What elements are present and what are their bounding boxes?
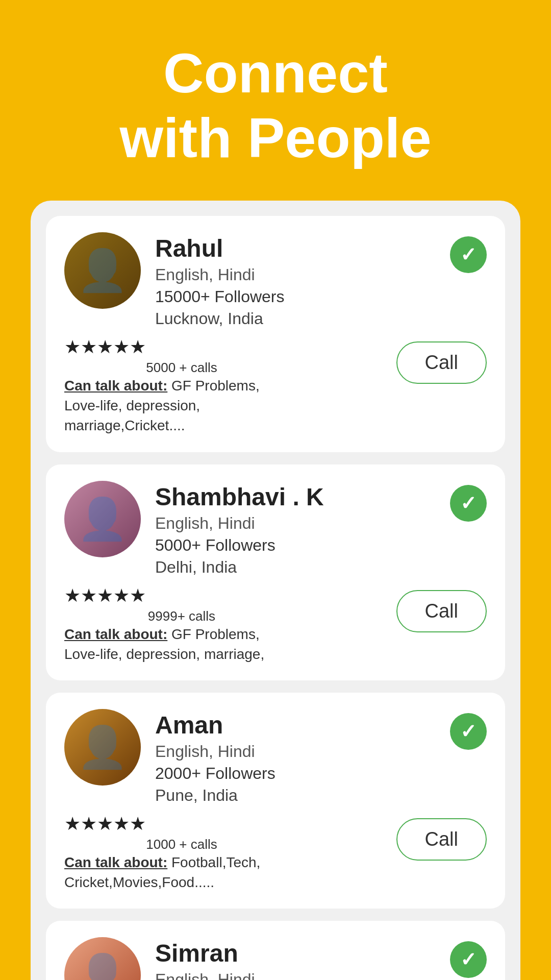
call-button-shambhavi[interactable]: Call [396,590,487,632]
card-top-aman: 👤 Aman English, Hindi 2000+ Followers Pu… [64,709,487,805]
card-info-simran: Simran English, Hindi 8000+ Followers Pu… [155,937,487,980]
person-languages-simran: English, Hindi [155,970,487,980]
can-talk-aman: Can talk about: Football,Tech, Cricket,M… [64,852,299,892]
person-followers-aman: 2000+ Followers [155,764,487,783]
avatar-face-rahul: 👤 [64,232,141,309]
stars-row-aman: ★★★★★ [64,813,299,835]
verified-check-aman: ✓ [460,722,477,741]
card-rahul: 👤 Rahul English, Hindi 15000+ Followers … [46,216,505,452]
card-middle-row-rahul: ★★★★★ 5000 + calls Can talk about: GF Pr… [64,336,487,436]
verified-check-rahul: ✓ [460,245,477,264]
stars-shambhavi: ★★★★★ [64,585,146,606]
can-talk-label-rahul: Can talk about: [64,378,167,394]
card-left-rahul: ★★★★★ 5000 + calls Can talk about: GF Pr… [64,336,299,436]
card-top-rahul: 👤 Rahul English, Hindi 15000+ Followers … [64,232,487,328]
avatar-face-simran: 👤 [64,937,141,980]
calls-count-rahul: 5000 + calls [64,360,299,376]
card-left-shambhavi: ★★★★★ 9999+ calls Can talk about: GF Pro… [64,585,299,664]
person-name-simran: Simran [155,939,487,967]
stars-rahul: ★★★★★ [64,336,146,358]
person-name-rahul: Rahul [155,234,487,262]
card-left-aman: ★★★★★ 1000 + calls Can talk about: Footb… [64,813,299,892]
call-button-container-shambhavi: Call [386,585,487,632]
call-button-container-rahul: Call [386,336,487,384]
header-title: Connect with People [31,41,520,170]
card-middle-row-aman: ★★★★★ 1000 + calls Can talk about: Footb… [64,813,487,892]
avatar-shambhavi: 👤 [64,481,141,557]
person-name-aman: Aman [155,711,487,739]
stars-row-rahul: ★★★★★ [64,336,299,358]
avatar-aman: 👤 [64,709,141,786]
call-button-aman[interactable]: Call [396,818,487,861]
call-button-rahul[interactable]: Call [396,341,487,384]
calls-count-shambhavi: 9999+ calls [64,608,299,624]
can-talk-shambhavi: Can talk about: GF Problems, Love-life, … [64,624,299,664]
person-followers-rahul: 15000+ Followers [155,287,487,306]
card-shambhavi: 👤 Shambhavi . K English, Hindi 5000+ Fol… [46,464,505,680]
header: Connect with People [0,0,551,201]
verified-badge-simran: ✓ [450,941,487,978]
card-top-shambhavi: 👤 Shambhavi . K English, Hindi 5000+ Fol… [64,481,487,577]
verified-check-shambhavi: ✓ [460,494,477,513]
person-location-aman: Pune, India [155,786,487,805]
card-simran: 👤 Simran English, Hindi 8000+ Followers … [46,921,505,980]
person-followers-shambhavi: 5000+ Followers [155,536,487,555]
person-location-shambhavi: Delhi, India [155,558,487,577]
cards-container: 👤 Rahul English, Hindi 15000+ Followers … [31,201,520,980]
card-top-simran: 👤 Simran English, Hindi 8000+ Followers … [64,937,487,980]
card-middle-row-shambhavi: ★★★★★ 9999+ calls Can talk about: GF Pro… [64,585,487,664]
verified-check-simran: ✓ [460,950,477,969]
card-info-rahul: Rahul English, Hindi 15000+ Followers Lu… [155,232,487,328]
avatar-simran: 👤 [64,937,141,980]
person-location-rahul: Lucknow, India [155,309,487,328]
can-talk-rahul: Can talk about: GF Problems, Love-life, … [64,376,299,436]
verified-badge-aman: ✓ [450,713,487,750]
avatar-face-shambhavi: 👤 [64,481,141,557]
avatar-rahul: 👤 [64,232,141,309]
can-talk-label-aman: Can talk about: [64,854,167,870]
verified-badge-shambhavi: ✓ [450,485,487,522]
card-aman: 👤 Aman English, Hindi 2000+ Followers Pu… [46,693,505,909]
card-info-shambhavi: Shambhavi . K English, Hindi 5000+ Follo… [155,481,487,577]
avatar-face-aman: 👤 [64,709,141,786]
call-button-container-aman: Call [386,813,487,861]
card-info-aman: Aman English, Hindi 2000+ Followers Pune… [155,709,487,805]
person-languages-aman: English, Hindi [155,742,487,761]
stars-aman: ★★★★★ [64,813,146,835]
verified-badge-rahul: ✓ [450,236,487,273]
person-name-shambhavi: Shambhavi . K [155,483,487,511]
calls-count-aman: 1000 + calls [64,837,299,852]
stars-row-shambhavi: ★★★★★ [64,585,299,606]
person-languages-rahul: English, Hindi [155,265,487,284]
can-talk-label-shambhavi: Can talk about: [64,626,167,642]
person-languages-shambhavi: English, Hindi [155,514,487,533]
